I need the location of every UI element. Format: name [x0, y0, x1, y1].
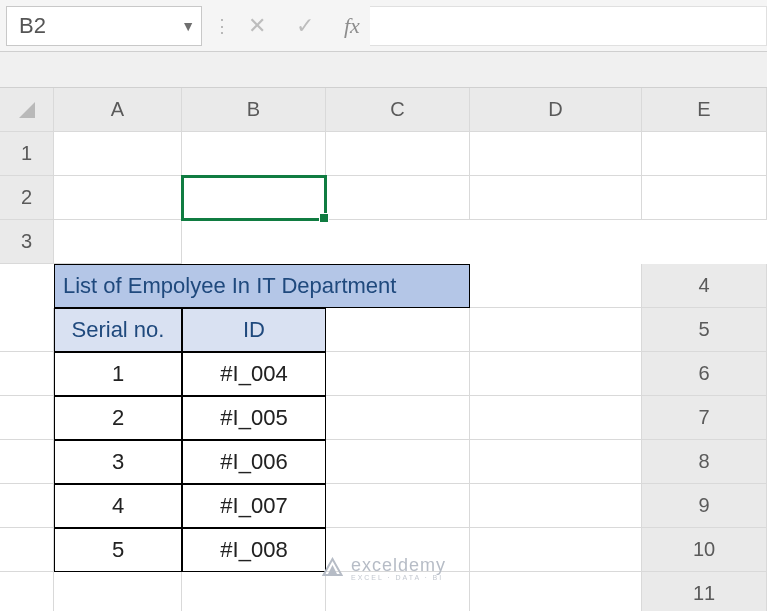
cell-D7[interactable]	[326, 440, 470, 484]
cell-B2[interactable]	[182, 176, 326, 220]
name-box-dropdown-icon[interactable]: ▼	[173, 18, 195, 34]
table-header-id[interactable]: ID	[182, 308, 326, 352]
cell-E6[interactable]	[470, 396, 642, 440]
svg-marker-0	[19, 102, 35, 118]
row-header-7[interactable]: 7	[642, 396, 767, 440]
table-title[interactable]: List of Empolyee In IT Department	[54, 264, 470, 308]
row-header-6[interactable]: 6	[642, 352, 767, 396]
col-header-A[interactable]: A	[54, 88, 182, 132]
watermark-brand: exceldemy	[351, 555, 446, 575]
cell-B10[interactable]	[54, 572, 182, 611]
spreadsheet-grid: A B C D E 1 2 3 List of Empolyee In IT D…	[0, 88, 767, 611]
row-header-5[interactable]: 5	[642, 308, 767, 352]
table-cell-serial-1[interactable]: 2	[54, 396, 182, 440]
col-header-D[interactable]: D	[470, 88, 642, 132]
cell-A7[interactable]	[0, 440, 54, 484]
cell-A9[interactable]	[0, 528, 54, 572]
name-box[interactable]: B2 ▼	[6, 6, 202, 46]
table-cell-id-3[interactable]: #I_007	[182, 484, 326, 528]
watermark-logo-icon	[321, 557, 343, 579]
cell-D4[interactable]	[326, 308, 470, 352]
formula-input[interactable]	[370, 6, 767, 46]
cell-C2[interactable]	[326, 176, 470, 220]
cell-A8[interactable]	[0, 484, 54, 528]
table-cell-id-2[interactable]: #I_006	[182, 440, 326, 484]
cell-A4[interactable]	[0, 308, 54, 352]
watermark: exceldemy EXCEL · DATA · BI	[321, 555, 446, 581]
cell-E8[interactable]	[470, 484, 642, 528]
formula-bar-separator: ⋮	[202, 6, 238, 45]
cell-A6[interactable]	[0, 396, 54, 440]
cell-E5[interactable]	[470, 352, 642, 396]
col-header-C[interactable]: C	[326, 88, 470, 132]
table-cell-serial-2[interactable]: 3	[54, 440, 182, 484]
row-header-10[interactable]: 10	[642, 528, 767, 572]
cell-D8[interactable]	[326, 484, 470, 528]
cell-A2[interactable]	[54, 176, 182, 220]
formula-tools: ✕ ✓ fx	[238, 6, 370, 45]
table-cell-serial-0[interactable]: 1	[54, 352, 182, 396]
row-header-1[interactable]: 1	[0, 132, 54, 176]
ribbon-gap	[0, 52, 767, 88]
cell-D6[interactable]	[326, 396, 470, 440]
cell-A3[interactable]	[54, 220, 182, 264]
cell-E3[interactable]	[470, 264, 642, 308]
name-box-value: B2	[19, 13, 173, 39]
row-header-4[interactable]: 4	[642, 264, 767, 308]
cell-E4[interactable]	[470, 308, 642, 352]
cell-B1[interactable]	[182, 132, 326, 176]
row-header-9[interactable]: 9	[642, 484, 767, 528]
fx-icon[interactable]: fx	[344, 13, 360, 39]
cell-D5[interactable]	[326, 352, 470, 396]
row-header-3[interactable]: 3	[0, 220, 54, 264]
select-all-corner[interactable]	[0, 88, 54, 132]
col-header-B[interactable]: B	[182, 88, 326, 132]
row-header-8[interactable]: 8	[642, 440, 767, 484]
cell-D2[interactable]	[470, 176, 642, 220]
enter-icon[interactable]: ✓	[296, 13, 314, 39]
cell-A5[interactable]	[0, 352, 54, 396]
cell-E10[interactable]	[470, 572, 642, 611]
row-header-2[interactable]: 2	[0, 176, 54, 220]
watermark-text: exceldemy EXCEL · DATA · BI	[351, 555, 446, 581]
drag-handle-icon: ⋮	[213, 15, 227, 37]
cell-E9[interactable]	[470, 528, 642, 572]
table-cell-serial-3[interactable]: 4	[54, 484, 182, 528]
cell-A1[interactable]	[54, 132, 182, 176]
table-cell-serial-4[interactable]: 5	[54, 528, 182, 572]
formula-bar: B2 ▼ ⋮ ✕ ✓ fx	[0, 0, 767, 52]
cell-A10[interactable]	[0, 572, 54, 611]
cell-D1[interactable]	[470, 132, 642, 176]
col-header-E[interactable]: E	[642, 88, 767, 132]
cell-E7[interactable]	[470, 440, 642, 484]
table-cell-id-4[interactable]: #I_008	[182, 528, 326, 572]
cell-C10[interactable]	[182, 572, 326, 611]
cell-C1[interactable]	[326, 132, 470, 176]
row-header-11[interactable]: 11	[642, 572, 767, 611]
table-header-serial[interactable]: Serial no.	[54, 308, 182, 352]
watermark-subtitle: EXCEL · DATA · BI	[351, 574, 446, 581]
table-cell-id-1[interactable]: #I_005	[182, 396, 326, 440]
cancel-icon[interactable]: ✕	[248, 13, 266, 39]
cell-E2[interactable]	[642, 176, 767, 220]
table-cell-id-0[interactable]: #I_004	[182, 352, 326, 396]
cell-E1[interactable]	[642, 132, 767, 176]
